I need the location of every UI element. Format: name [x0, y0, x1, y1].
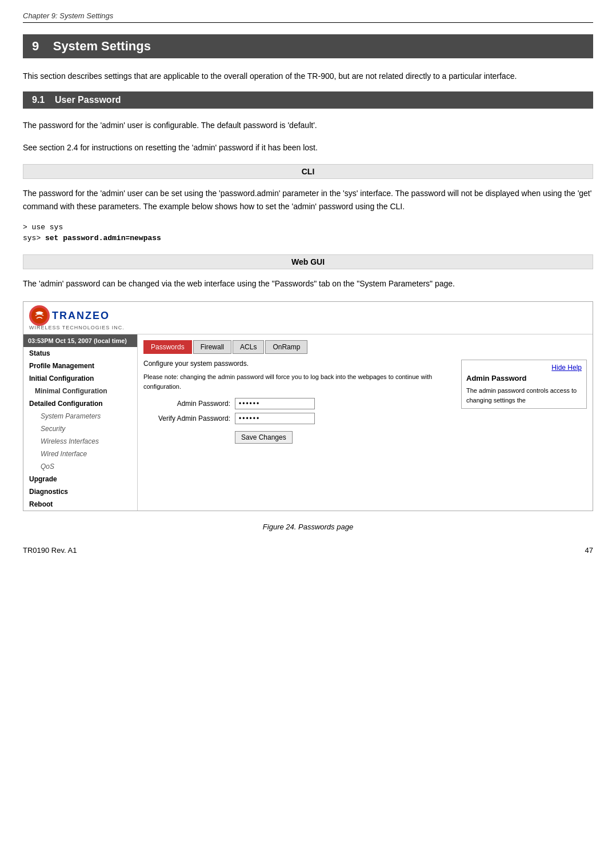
footer-right: 47 — [585, 546, 593, 555]
screenshot-main: 03:53PM Oct 15, 2007 (local time) Status… — [23, 334, 593, 511]
screenshot: TRANZEO WIRELESS TECHNOLOGIES INC. 03:53… — [23, 301, 593, 511]
tab-bar: Passwords Firewall ACLs OnRamp — [143, 340, 587, 354]
content-left: Configure your system passwords. Please … — [143, 360, 455, 449]
admin-password-input[interactable] — [235, 398, 315, 409]
admin-password-label: Admin Password: — [143, 400, 235, 408]
webgui-bar: Web GUI — [23, 254, 593, 269]
screenshot-sidebar: 03:53PM Oct 15, 2007 (local time) Status… — [23, 334, 138, 511]
verify-password-row: Verify Admin Password: — [143, 413, 455, 424]
sidebar-item-system-parameters[interactable]: System Parameters — [23, 410, 137, 422]
help-panel-text: The admin password controls access to ch… — [466, 386, 582, 405]
svg-point-0 — [31, 308, 47, 324]
sidebar-item-wireless-interfaces[interactable]: Wireless Interfaces — [23, 435, 137, 448]
section-title-text: System Settings — [53, 39, 151, 53]
content-main: Configure your system passwords. Please … — [143, 360, 587, 449]
logo-subtext: WIRELESS TECHNOLOGIES INC. — [29, 325, 125, 330]
cli-text: The password for the 'admin' user can be… — [23, 187, 593, 213]
hide-help-link[interactable]: Hide Help — [466, 364, 582, 372]
tab-firewall[interactable]: Firewall — [193, 340, 231, 354]
code-block: > use sys sys> set password.admin=newpas… — [23, 222, 593, 244]
sidebar-item-security[interactable]: Security — [23, 422, 137, 435]
sidebar-item-detailed-config[interactable]: Detailed Configuration — [23, 397, 137, 410]
logo: TRANZEO WIRELESS TECHNOLOGIES INC. — [29, 305, 125, 330]
section-title: 9 System Settings — [23, 34, 593, 58]
content-description: Configure your system passwords. — [143, 360, 455, 368]
sidebar-item-status[interactable]: Status — [23, 347, 137, 360]
subsection-title-text: User Password — [55, 95, 121, 105]
sidebar-item-wired-interface[interactable]: Wired Interface — [23, 448, 137, 460]
code-line1: > use sys — [23, 222, 593, 233]
section-number: 9 — [32, 39, 39, 53]
sidebar-item-qos[interactable]: QoS — [23, 460, 137, 473]
subsection-number: 9.1 — [32, 95, 45, 105]
sidebar-item-diagnostics[interactable]: Diagnostics — [23, 485, 137, 498]
password-form: Admin Password: Verify Admin Password: S… — [143, 398, 455, 444]
verify-password-label: Verify Admin Password: — [143, 414, 235, 422]
sidebar-item-reboot[interactable]: Reboot — [23, 498, 137, 511]
screenshot-content: Passwords Firewall ACLs OnRamp Configure… — [138, 334, 593, 511]
chapter-header: Chapter 9: System Settings — [23, 11, 593, 23]
footer: TR0190 Rev. A1 47 — [23, 543, 593, 558]
sidebar-item-profile-management[interactable]: Profile Management — [23, 360, 137, 372]
sidebar-item-initial-config[interactable]: Initial Configuration — [23, 372, 137, 385]
tab-passwords[interactable]: Passwords — [143, 340, 192, 354]
sidebar-item-upgrade[interactable]: Upgrade — [23, 473, 137, 485]
screenshot-topbar: TRANZEO WIRELESS TECHNOLOGIES INC. — [23, 302, 593, 334]
subsection-para1: The password for the 'admin' user is con… — [23, 119, 593, 131]
tab-acls[interactable]: ACLs — [233, 340, 264, 354]
subsection-title: 9.1 User Password — [23, 91, 593, 109]
sidebar-item-minimal-config[interactable]: Minimal Configuration — [23, 385, 137, 397]
footer-left: TR0190 Rev. A1 — [23, 546, 77, 555]
tranzeo-icon — [29, 305, 50, 326]
tab-onramp[interactable]: OnRamp — [265, 340, 307, 354]
help-panel: Hide Help Admin Password The admin passw… — [461, 360, 587, 409]
admin-password-row: Admin Password: — [143, 398, 455, 409]
content-note: Please note: changing the admin password… — [143, 372, 455, 391]
figure-caption: Figure 24. Passwords page — [23, 523, 593, 531]
code-line2: sys> set password.admin=newpass — [23, 233, 593, 244]
code-prompt: sys> — [23, 234, 45, 242]
webgui-text: The 'admin' password can be changed via … — [23, 277, 593, 290]
code-command: set password.admin=newpass — [45, 234, 161, 242]
cli-bar: CLI — [23, 164, 593, 179]
save-changes-button[interactable]: Save Changes — [235, 431, 293, 444]
verify-password-input[interactable] — [235, 413, 315, 424]
section-intro: This section describes settings that are… — [23, 70, 593, 82]
logo-brand: TRANZEO — [52, 310, 110, 322]
subsection-para2: See section 2.4 for instructions on rese… — [23, 141, 593, 154]
datetime-bar: 03:53PM Oct 15, 2007 (local time) — [23, 334, 137, 347]
help-panel-title: Admin Password — [466, 374, 582, 382]
